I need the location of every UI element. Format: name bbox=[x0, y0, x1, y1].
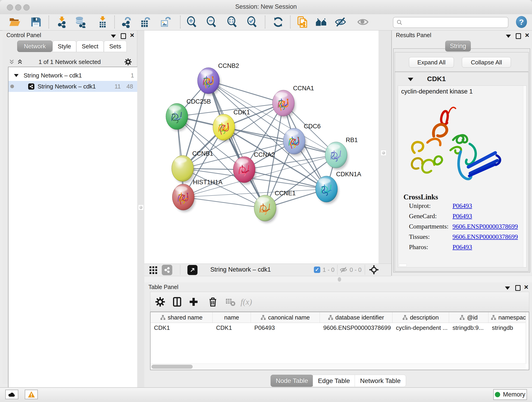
table-cell[interactable]: stringdb:9... bbox=[449, 324, 488, 332]
import-network-from-database-icon[interactable] bbox=[74, 16, 87, 28]
tab-node-table[interactable]: Node Table bbox=[271, 375, 313, 387]
right-splitter[interactable] bbox=[379, 31, 392, 276]
crosslink-value-link[interactable]: 9606.ENSP00000378699 bbox=[452, 223, 518, 230]
node-CCNA1[interactable]: CCNA1 bbox=[272, 85, 314, 118]
crosslink-value-link[interactable]: P06493 bbox=[452, 212, 472, 220]
network-row[interactable]: String Network – cdk1 11 48 bbox=[8, 81, 138, 92]
node-CDK1[interactable]: CDK1 bbox=[213, 109, 250, 142]
zoom-fit-icon[interactable] bbox=[226, 16, 239, 28]
column-header-canonical-name[interactable]: canonical name bbox=[251, 312, 320, 323]
panel-collapse-icon[interactable] bbox=[505, 287, 510, 290]
crosslink-value-link[interactable]: P06493 bbox=[452, 243, 472, 251]
delete-column-icon[interactable] bbox=[207, 296, 219, 307]
table-cell[interactable]: 9606.ENSP00000378699 bbox=[320, 324, 393, 332]
column-header-namespace[interactable]: namespace bbox=[488, 312, 526, 323]
table-cell[interactable]: CDK1 bbox=[151, 324, 213, 332]
node-CDC6[interactable]: CDC6 bbox=[283, 123, 321, 156]
network-canvas[interactable]: CCNB2CCNA1CDC25BCDK1CDC6RB1CCNB1CCNA2CDK… bbox=[144, 31, 379, 264]
table-cell[interactable]: stringdb bbox=[488, 324, 526, 332]
tab-string[interactable]: String bbox=[445, 41, 471, 51]
edge-HIST1H1A-CCNE1[interactable] bbox=[183, 197, 265, 208]
panel-close-icon[interactable] bbox=[524, 283, 528, 291]
node-CCNB2[interactable]: CCNB2 bbox=[197, 62, 239, 96]
tree-expand-icon[interactable] bbox=[14, 74, 19, 77]
import-network-icon[interactable] bbox=[56, 16, 68, 28]
birds-eye-view-icon[interactable] bbox=[149, 266, 158, 274]
export-table-icon[interactable] bbox=[139, 16, 152, 28]
gear-icon[interactable] bbox=[124, 58, 132, 66]
show-all-icon[interactable] bbox=[356, 16, 369, 28]
delete-table-icon[interactable] bbox=[225, 296, 236, 307]
tab-network[interactable]: Network bbox=[17, 41, 52, 52]
node-CDKN1A[interactable]: CDKN1A bbox=[316, 171, 361, 204]
node-CCNB1[interactable]: CCNB1 bbox=[172, 150, 213, 183]
export-image-icon[interactable] bbox=[159, 16, 172, 28]
section-collapse-icon[interactable] bbox=[408, 78, 413, 81]
collapse-all-button[interactable]: Collapse All bbox=[462, 57, 511, 68]
table-row[interactable]: CDK1CDK1P064939606.ENSP00000378699cyclin… bbox=[151, 323, 526, 333]
left-splitter-handle[interactable] bbox=[138, 205, 144, 210]
zoom-in-icon[interactable] bbox=[186, 16, 198, 28]
open-in-browser-icon[interactable] bbox=[187, 265, 197, 275]
table-horizontal-scroll-thumb[interactable] bbox=[152, 365, 193, 369]
tab-edge-table[interactable]: Edge Table bbox=[313, 375, 355, 387]
panel-float-icon[interactable] bbox=[516, 33, 521, 39]
horizontal-splitter-handle[interactable] bbox=[338, 277, 341, 282]
zoom-selected-icon[interactable] bbox=[246, 16, 259, 28]
open-session-icon[interactable] bbox=[8, 16, 21, 28]
first-neighbors-icon[interactable] bbox=[315, 16, 328, 28]
column-header--id[interactable]: @id bbox=[449, 312, 488, 323]
zoom-out-icon[interactable] bbox=[205, 16, 218, 28]
table-vertical-scrollbar[interactable] bbox=[526, 312, 529, 364]
copy-network-icon[interactable] bbox=[296, 16, 309, 28]
save-session-icon[interactable] bbox=[29, 16, 42, 28]
panel-float-icon[interactable] bbox=[515, 285, 520, 291]
table-cell[interactable]: cyclin-dependent ... bbox=[393, 324, 449, 332]
table-cell[interactable]: P06493 bbox=[251, 324, 320, 332]
panel-collapse-icon[interactable] bbox=[111, 35, 116, 38]
crosslink-value-link[interactable]: 9606.ENSP00000378699 bbox=[452, 233, 518, 240]
refresh-icon[interactable] bbox=[272, 16, 285, 28]
tab-style[interactable]: Style bbox=[52, 41, 76, 52]
node-CDC25B[interactable]: CDC25B bbox=[166, 98, 211, 131]
results-vertical-scrollbar[interactable] bbox=[523, 86, 526, 267]
function-builder-icon[interactable]: f(x) bbox=[241, 296, 252, 307]
cloud-status-button[interactable] bbox=[5, 390, 18, 399]
pan-crosshair-icon[interactable] bbox=[369, 265, 379, 275]
panel-close-icon[interactable] bbox=[130, 32, 134, 39]
panel-collapse-icon[interactable] bbox=[506, 35, 511, 38]
column-header-description[interactable]: description bbox=[393, 312, 449, 323]
expand-all-button[interactable]: Expand All bbox=[409, 57, 454, 68]
table-settings-gear-icon[interactable] bbox=[154, 296, 166, 307]
tab-sets[interactable]: Sets bbox=[104, 41, 127, 52]
right-splitter-handle[interactable] bbox=[381, 150, 386, 156]
add-column-icon[interactable] bbox=[188, 296, 199, 307]
node-RB1[interactable]: RB1 bbox=[325, 137, 358, 170]
column-header-name[interactable]: name bbox=[213, 312, 251, 323]
left-splitter[interactable] bbox=[137, 31, 144, 387]
node-CCNA2[interactable]: CCNA2 bbox=[233, 151, 275, 185]
warnings-button[interactable] bbox=[25, 390, 38, 399]
search-input[interactable] bbox=[403, 19, 508, 26]
export-network-icon[interactable] bbox=[120, 16, 133, 28]
import-table-icon[interactable] bbox=[96, 16, 109, 28]
table-horizontal-scrollbar[interactable] bbox=[151, 364, 526, 370]
column-header-database-identifier[interactable]: database identifier bbox=[320, 312, 393, 323]
crosslink-value-link[interactable]: P06493 bbox=[452, 202, 472, 210]
show-columns-icon[interactable] bbox=[171, 296, 183, 307]
results-horizontal-scroll-thumb[interactable] bbox=[399, 264, 407, 267]
column-header-shared-name[interactable]: shared name bbox=[151, 312, 213, 323]
horizontal-splitter[interactable] bbox=[144, 276, 532, 283]
hide-selected-icon[interactable] bbox=[334, 16, 347, 28]
tab-select[interactable]: Select bbox=[76, 41, 104, 52]
table-cell[interactable]: CDK1 bbox=[213, 324, 251, 332]
memory-button[interactable]: Memory bbox=[493, 389, 527, 400]
network-collection-row[interactable]: String Network – cdk1 1 bbox=[8, 70, 138, 81]
string-view-icon[interactable] bbox=[162, 265, 172, 275]
selected-checkbox-icon[interactable] bbox=[314, 267, 320, 273]
help-button[interactable]: ? bbox=[516, 16, 527, 28]
panel-float-icon[interactable] bbox=[121, 33, 126, 39]
panel-close-icon[interactable] bbox=[525, 32, 529, 39]
tab-network-table[interactable]: Network Table bbox=[355, 375, 406, 387]
edge-CCNB2-CCNE1[interactable] bbox=[209, 81, 265, 208]
